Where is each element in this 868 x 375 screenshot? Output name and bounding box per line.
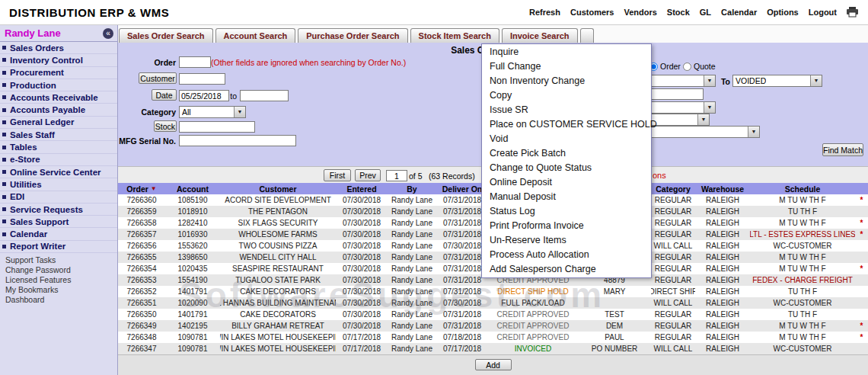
cell-order: 7266355 bbox=[118, 252, 165, 263]
first-button[interactable]: First bbox=[324, 169, 351, 181]
order-input[interactable] bbox=[179, 56, 211, 68]
mfg-serial-input[interactable] bbox=[179, 135, 296, 146]
date-to-input[interactable] bbox=[240, 90, 289, 101]
context-menu-item[interactable]: Issue SR bbox=[482, 103, 651, 117]
header-by[interactable]: By bbox=[388, 183, 436, 194]
actions-hint-fragment: ons bbox=[653, 171, 666, 180]
top-menu-item[interactable]: Logout bbox=[809, 8, 837, 17]
context-menu-item[interactable]: Full Change bbox=[482, 59, 651, 74]
stock-input[interactable] bbox=[179, 121, 255, 133]
date-from-input[interactable] bbox=[179, 90, 229, 101]
sidebar-sub-item[interactable]: Dashboard bbox=[0, 294, 117, 304]
context-menu-item[interactable]: Un-Reserve Items bbox=[482, 233, 651, 248]
add-button[interactable]: Add bbox=[475, 359, 512, 370]
cell-customer: SEASPIRE RESTAURANT bbox=[220, 263, 336, 274]
context-menu-item[interactable]: Copy bbox=[482, 88, 651, 103]
stock-button[interactable]: Stock bbox=[154, 120, 177, 132]
sidebar-collapse-icon[interactable]: « bbox=[103, 28, 113, 39]
context-menu-item[interactable]: Status Log bbox=[482, 204, 651, 219]
sidebar-item[interactable]: EDI bbox=[0, 191, 117, 204]
context-menu-item[interactable]: Process Auto Allocation bbox=[482, 248, 651, 262]
search-tab[interactable]: Invoice Search bbox=[502, 28, 578, 43]
search-tab[interactable]: Account Search bbox=[215, 28, 296, 43]
cell-status: CREDIT APPROVED bbox=[488, 309, 578, 320]
context-menu-item[interactable]: Manual Deposit bbox=[482, 190, 651, 204]
top-menu-item[interactable]: Vendors bbox=[624, 8, 656, 17]
header-customer[interactable]: Customer bbox=[220, 183, 336, 194]
sidebar-item[interactable]: Calendar bbox=[0, 228, 117, 240]
top-menu-item[interactable]: GL bbox=[700, 8, 711, 17]
table-row[interactable]: 7266351 1020090 BILL HANNAS BUILDING MAI… bbox=[118, 297, 868, 309]
sidebar-item[interactable]: Sales Support bbox=[0, 216, 117, 228]
sidebar-sub-item[interactable]: Change Password bbox=[0, 265, 117, 275]
top-menu-item[interactable]: Refresh bbox=[529, 8, 560, 17]
context-menu-item[interactable]: Print Proforma Invoice bbox=[482, 219, 651, 233]
header-category[interactable]: Category bbox=[651, 183, 695, 194]
header-warehouse[interactable]: Warehouse bbox=[695, 183, 750, 194]
header-account[interactable]: Account bbox=[165, 183, 220, 194]
prev-button[interactable]: Prev bbox=[355, 169, 381, 181]
top-menu-item[interactable]: Calendar bbox=[721, 8, 757, 17]
sidebar-item[interactable]: Sales Staff bbox=[0, 129, 117, 141]
sidebar-item[interactable]: Accounts Payable bbox=[0, 104, 117, 116]
cell-by: Randy Lane bbox=[388, 229, 436, 240]
sidebar-item[interactable]: Report Writer bbox=[0, 241, 117, 253]
sidebar-item[interactable]: Utilities bbox=[0, 178, 117, 191]
sidebar-item[interactable]: Tables bbox=[0, 141, 117, 153]
sidebar-item[interactable]: Service Requests bbox=[0, 204, 117, 216]
table-row[interactable]: 7266348 1090781 TWIN LAKES MOTEL HOUSEKE… bbox=[118, 332, 868, 343]
find-match-button[interactable]: Find Match bbox=[822, 143, 863, 156]
top-menu-item[interactable]: Stock bbox=[667, 8, 690, 17]
header-entered[interactable]: Entered bbox=[336, 183, 388, 194]
print-icon[interactable] bbox=[846, 7, 859, 18]
context-menu-item[interactable]: Non Inventory Change bbox=[482, 74, 651, 88]
table-row[interactable]: 7266352 1401791 CAKE DECORATORS 07/30/20… bbox=[118, 286, 868, 297]
context-menu-item[interactable]: Create Pick Batch bbox=[482, 146, 651, 161]
page-input[interactable] bbox=[386, 170, 407, 181]
sidebar-item[interactable]: Sales Orders bbox=[0, 42, 117, 54]
context-menu-item[interactable]: Void bbox=[482, 132, 651, 146]
cell-deliver-on: 07/31/2018 bbox=[436, 229, 488, 240]
category-select[interactable]: All ▼ bbox=[179, 106, 246, 118]
sidebar-item[interactable]: General Ledger bbox=[0, 117, 117, 129]
sidebar-item[interactable]: Accounts Receivable bbox=[0, 91, 117, 104]
sidebar-item[interactable]: Inventory Control bbox=[0, 54, 117, 66]
search-tab[interactable]: Purchase Order Search bbox=[298, 28, 407, 43]
cell-flag bbox=[855, 206, 868, 217]
context-menu-item[interactable]: Add Salesperson Charge bbox=[482, 262, 651, 277]
sidebar-sub-item[interactable]: My Bookmarks bbox=[0, 284, 117, 294]
sidebar-sub-item[interactable]: Licensed Features bbox=[0, 275, 117, 285]
context-menu-item[interactable]: Place on CUSTOMER SERVICE HOLD bbox=[482, 117, 651, 132]
table-row[interactable]: 7266347 1090781 TWIN LAKES MOTEL HOUSEKE… bbox=[118, 343, 868, 354]
user-name: Randy Lane bbox=[5, 27, 103, 39]
date-button[interactable]: Date bbox=[152, 89, 177, 101]
empty-tab[interactable] bbox=[580, 28, 594, 43]
sidebar-item[interactable]: Procurement bbox=[0, 67, 117, 79]
customer-button[interactable]: Customer bbox=[139, 72, 177, 84]
top-menu-item[interactable]: Options bbox=[767, 8, 799, 17]
search-tab[interactable]: Sales Order Search bbox=[119, 28, 213, 43]
header-order[interactable]: Order ▼ bbox=[118, 183, 165, 194]
status-to-select[interactable]: VOIDED ▼ bbox=[732, 75, 822, 87]
header-schedule[interactable]: Schedule bbox=[750, 183, 855, 194]
search-tab[interactable]: Stock Item Search bbox=[410, 28, 499, 43]
sidebar-sub-item[interactable]: Support Tasks bbox=[0, 255, 117, 265]
cell-entered: 07/30/2018 bbox=[336, 240, 388, 252]
table-row[interactable]: 7266349 1402195 BILLY GRAHAM RETREAT 07/… bbox=[118, 320, 868, 332]
customer-input[interactable] bbox=[179, 73, 225, 85]
order-radio[interactable]: Order bbox=[649, 62, 681, 71]
top-menu-item[interactable]: Customers bbox=[570, 8, 614, 17]
sidebar-item[interactable]: Online Service Center bbox=[0, 166, 117, 178]
sidebar-item[interactable]: Production bbox=[0, 79, 117, 91]
context-menu-item[interactable]: Online Deposit bbox=[482, 175, 651, 190]
quote-radio[interactable]: Quote bbox=[683, 62, 716, 71]
cell-customer: BILL HANNAS BUILDING MAINTENANCE bbox=[220, 297, 336, 309]
cell-deliver-on: 07/31/2018 bbox=[436, 206, 488, 217]
table-row[interactable]: 7266350 1401791 CAKE DECORATORS 07/30/20… bbox=[118, 309, 868, 320]
cell-flag bbox=[855, 252, 868, 263]
header-deliver-on[interactable]: Deliver On bbox=[436, 183, 488, 194]
context-menu-item[interactable]: Change to Quote Status bbox=[482, 161, 651, 175]
sidebar-item[interactable]: e-Store bbox=[0, 154, 117, 166]
cell-category: REGULAR bbox=[651, 217, 695, 229]
context-menu-item[interactable]: Inquire bbox=[482, 45, 651, 59]
